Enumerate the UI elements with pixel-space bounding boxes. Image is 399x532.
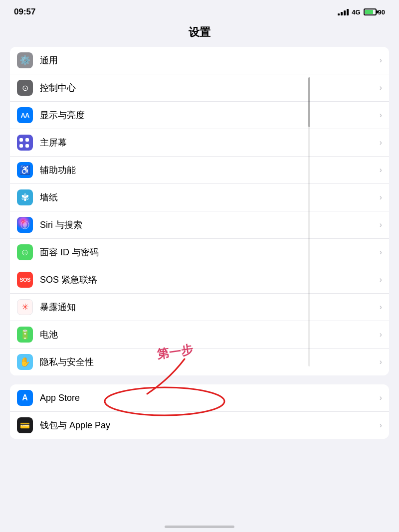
general-icon: ⚙️	[17, 52, 33, 68]
page-title: 设置	[0, 21, 399, 47]
control-label: 控制中心	[40, 82, 380, 94]
chevron-sos: ›	[380, 275, 382, 284]
privacy-icon: ✋	[17, 354, 33, 370]
signal-bars	[338, 9, 349, 15]
settings-item-display[interactable]: AA 显示与亮度 ›	[10, 102, 389, 129]
exposure-label: 暴露通知	[40, 301, 380, 313]
battery-label: 电池	[40, 329, 380, 341]
settings-item-exposure[interactable]: ✳ 暴露通知 ›	[10, 294, 389, 321]
scrollbar[interactable]	[308, 72, 310, 361]
chevron-faceid: ›	[380, 248, 382, 257]
display-icon: AA	[17, 107, 33, 123]
scrollbar-thumb	[308, 77, 310, 127]
appstore-label: App Store	[40, 393, 380, 403]
settings-group-apps: A App Store › 💳 钱包与 Apple Pay ›	[10, 384, 389, 439]
control-icon: ⊙	[17, 80, 33, 96]
status-time: 09:57	[14, 7, 35, 17]
exposure-icon: ✳	[17, 299, 33, 315]
accessibility-icon: ♿	[17, 162, 33, 178]
sos-label: SOS 紧急联络	[40, 274, 380, 286]
settings-item-general[interactable]: ⚙️ 通用 ›	[10, 47, 389, 74]
faceid-icon: ☺	[17, 244, 33, 260]
siri-label: Siri 与搜索	[40, 219, 380, 231]
status-right: 4G 90	[338, 8, 385, 16]
privacy-label: 隐私与安全性	[40, 356, 380, 368]
settings-item-privacy[interactable]: ✋ 隐私与安全性 ›	[10, 349, 389, 375]
chevron-privacy: ›	[380, 357, 382, 366]
battery-icon	[364, 8, 377, 15]
chevron-control: ›	[380, 83, 382, 92]
svg-point-2	[23, 222, 27, 228]
settings-group-main: ⚙️ 通用 › ⊙ 控制中心 › AA 显示与亮度 › 主屏幕 › ♿	[10, 47, 389, 375]
battery-settings-icon: 🔋	[17, 327, 33, 343]
chevron-exposure: ›	[380, 303, 382, 312]
siri-icon	[17, 217, 33, 233]
wallet-label: 钱包与 Apple Pay	[40, 419, 380, 431]
chevron-display: ›	[380, 111, 382, 120]
chevron-wallpaper: ›	[380, 193, 382, 202]
chevron-homescreen: ›	[380, 138, 382, 147]
settings-item-faceid[interactable]: ☺ 面容 ID 与密码 ›	[10, 239, 389, 266]
homescreen-icon	[17, 135, 33, 151]
homescreen-label: 主屏幕	[40, 137, 380, 149]
settings-container: ⚙️ 通用 › ⊙ 控制中心 › AA 显示与亮度 › 主屏幕 › ♿	[0, 47, 399, 439]
chevron-accessibility: ›	[380, 166, 382, 175]
settings-item-control[interactable]: ⊙ 控制中心 ›	[10, 74, 389, 102]
scrollbar-track	[308, 77, 310, 366]
chevron-appstore: ›	[380, 393, 382, 402]
appstore-icon: A	[17, 390, 33, 406]
settings-item-sos[interactable]: SOS SOS 紧急联络 ›	[10, 266, 389, 294]
wallpaper-label: 墙纸	[40, 191, 380, 203]
chevron-battery: ›	[380, 330, 382, 339]
settings-item-battery[interactable]: 🔋 电池 ›	[10, 321, 389, 349]
general-label: 通用	[40, 54, 380, 66]
home-indicator	[165, 526, 234, 528]
wallet-icon: 💳	[17, 417, 33, 433]
battery-indicator: 90	[364, 8, 385, 16]
wallpaper-icon: ✾	[17, 189, 33, 205]
status-bar: 09:57 4G 90	[0, 0, 399, 21]
chevron-general: ›	[380, 56, 382, 65]
sos-icon: SOS	[17, 272, 33, 288]
settings-item-siri[interactable]: Siri 与搜索 ›	[10, 211, 389, 239]
settings-item-wallpaper[interactable]: ✾ 墙纸 ›	[10, 184, 389, 211]
display-label: 显示与亮度	[40, 109, 380, 121]
settings-item-accessibility[interactable]: ♿ 辅助功能 ›	[10, 157, 389, 184]
chevron-siri: ›	[380, 220, 382, 229]
accessibility-label: 辅助功能	[40, 164, 380, 176]
battery-level: 90	[378, 8, 385, 16]
settings-item-wallet[interactable]: 💳 钱包与 Apple Pay ›	[10, 412, 389, 439]
settings-item-appstore[interactable]: A App Store ›	[10, 384, 389, 412]
settings-item-homescreen[interactable]: 主屏幕 ›	[10, 129, 389, 157]
faceid-label: 面容 ID 与密码	[40, 246, 380, 258]
chevron-wallet: ›	[380, 421, 382, 430]
svg-text:A: A	[22, 393, 28, 402]
network-type: 4G	[352, 8, 360, 16]
